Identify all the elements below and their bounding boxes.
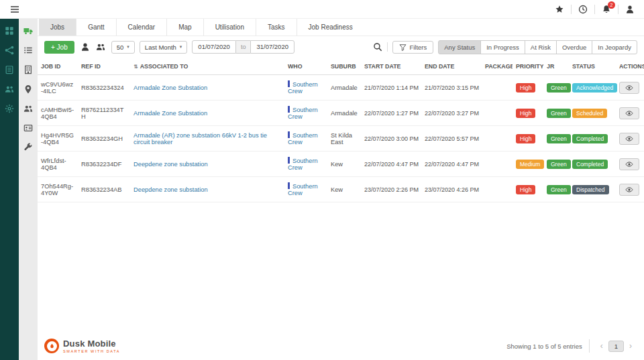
sort-icon[interactable]: ⇅ xyxy=(133,64,138,70)
status-badge: Completed xyxy=(572,134,608,143)
column-header-jr[interactable]: JR xyxy=(543,58,569,75)
column-header-priority[interactable]: PRIORITY xyxy=(513,58,543,75)
sidebar-item-users[interactable] xyxy=(1,82,17,96)
view-job-button[interactable] xyxy=(619,107,639,119)
cell-associated-to: Armadale Zone Substation xyxy=(130,101,284,126)
column-header-associated-to[interactable]: ⇅ASSOCIATED TO xyxy=(130,58,284,75)
view-job-button[interactable] xyxy=(619,133,639,145)
main-content: JobsGanttCalendarMapUtilisationTasksJob … xyxy=(38,19,644,360)
column-header-ref-id[interactable]: REF ID xyxy=(78,58,130,75)
column-header-suburb[interactable]: SUBURB xyxy=(327,58,361,75)
associated-to-link[interactable]: Deepdene zone substation xyxy=(133,161,208,168)
sidebar-item-list[interactable] xyxy=(20,44,36,57)
brand-tagline: SMARTER WITH DATA xyxy=(63,349,120,353)
menu-toggle-button[interactable] xyxy=(9,4,20,15)
period-select[interactable]: Last Month ▾ xyxy=(140,41,188,54)
funnel-icon xyxy=(399,44,407,51)
users-button[interactable] xyxy=(96,42,105,52)
column-header-actions[interactable]: ACTIONS xyxy=(616,58,644,75)
sidebar-item-dashboard[interactable] xyxy=(1,24,17,38)
cell-who: Southern Crew xyxy=(284,75,327,101)
sidebar-item-pin[interactable] xyxy=(20,82,36,96)
cell-priority: High xyxy=(513,75,543,101)
tab-utilisation[interactable]: Utilisation xyxy=(203,19,256,36)
tab-job-readiness[interactable]: Job Readiness xyxy=(297,19,364,36)
sidebar-item-wrench[interactable] xyxy=(20,141,36,154)
associated-to-link[interactable]: Armadale Zone Substation xyxy=(133,84,207,91)
sidebar-item-share[interactable] xyxy=(1,44,17,57)
jr-badge: Green xyxy=(547,134,571,143)
tab-calendar[interactable]: Calendar xyxy=(116,19,167,36)
pagination-next[interactable]: › xyxy=(625,341,636,351)
sidebar-item-building[interactable] xyxy=(20,63,36,76)
wrench-icon xyxy=(23,143,33,152)
tab-jobs[interactable]: Jobs xyxy=(39,19,76,36)
column-header-package[interactable]: PACKAGE xyxy=(482,58,513,75)
cell-ref-id: R83632234DF xyxy=(78,152,130,177)
bell-button[interactable]: 2 xyxy=(602,5,611,14)
who-link[interactable]: Southern Crew xyxy=(288,183,318,196)
sidebar-item-clipboard[interactable] xyxy=(1,63,17,76)
user-button[interactable] xyxy=(80,42,90,52)
cell-status: Scheduled xyxy=(569,101,616,126)
column-header-start-date[interactable]: START DATE xyxy=(361,58,421,75)
cell-suburb: Armadale xyxy=(327,101,361,126)
filters-button[interactable]: Filters xyxy=(392,41,433,54)
sidebar-item-users[interactable] xyxy=(20,102,36,115)
who-link[interactable]: Southern Crew xyxy=(288,81,318,95)
table-row: cAMHBwI5-4QB4R8762112334THArmadale Zone … xyxy=(38,101,644,126)
column-header-who[interactable]: WHO xyxy=(284,58,327,75)
date-from-input[interactable]: 01/07/2020 xyxy=(192,40,236,54)
pagination-page-1[interactable]: 1 xyxy=(608,341,624,352)
period-value: Last Month xyxy=(145,44,176,51)
sidebar-item-truck[interactable] xyxy=(20,24,36,38)
jobs-table: JOB IDREF ID⇅ASSOCIATED TOWHOSUBURBSTART… xyxy=(38,58,644,202)
search-button[interactable] xyxy=(373,42,382,52)
pagination-prev[interactable]: ‹ xyxy=(596,341,607,351)
who-link[interactable]: Southern Crew xyxy=(288,107,318,120)
star-button[interactable] xyxy=(555,5,564,14)
logo-inner-circle xyxy=(47,341,57,351)
who-link[interactable]: Southern Crew xyxy=(288,158,318,171)
column-header-end-date[interactable]: END DATE xyxy=(421,58,482,75)
column-header-status[interactable]: STATUS xyxy=(569,58,616,75)
cell-jr: Green xyxy=(543,75,569,101)
tab-gantt[interactable]: Gantt xyxy=(76,19,115,36)
cell-jr: Green xyxy=(543,126,569,152)
column-header-job-id[interactable]: JOB ID xyxy=(38,58,78,75)
status-filter-overdue[interactable]: Overdue xyxy=(556,40,592,54)
cell-end-date: 23/07/2020 4:26 PM xyxy=(421,177,482,202)
status-filter-any-status[interactable]: Any Status xyxy=(438,40,481,54)
who-color-bar xyxy=(288,157,290,164)
who-link[interactable]: Southern Crew xyxy=(288,132,318,145)
sidebar-item-card[interactable] xyxy=(20,121,36,135)
associated-to-link[interactable]: Armadale Zone Substation xyxy=(133,110,207,117)
view-job-button[interactable] xyxy=(619,82,639,94)
add-job-button[interactable]: + Job xyxy=(44,41,74,54)
tab-map[interactable]: Map xyxy=(166,19,203,36)
priority-badge: Medium xyxy=(516,160,544,169)
cell-end-date: 22/07/2020 5:57 PM xyxy=(421,126,482,152)
tab-tasks[interactable]: Tasks xyxy=(256,19,297,36)
who-color-bar xyxy=(288,182,290,189)
view-job-button[interactable] xyxy=(619,158,639,170)
page-size-select[interactable]: 50 ▾ xyxy=(111,41,135,54)
associated-to-link[interactable]: Deepdene zone substation xyxy=(133,186,208,193)
clock-button[interactable] xyxy=(578,5,588,14)
associated-to-link[interactable]: Armadale (AR) zone substation 66kV 1-2 b… xyxy=(133,132,267,145)
cell-actions xyxy=(616,75,644,101)
sidebar-item-gear[interactable] xyxy=(1,102,17,115)
user-button[interactable] xyxy=(625,5,635,14)
priority-badge: High xyxy=(516,185,535,194)
cell-status: Acknowledged xyxy=(569,75,616,101)
cell-priority: High xyxy=(513,126,543,152)
date-to-input[interactable]: 31/07/2020 xyxy=(250,40,294,54)
cell-priority: High xyxy=(513,177,543,202)
cell-ref-id: R83632234324 xyxy=(78,75,130,101)
view-job-button[interactable] xyxy=(619,184,639,196)
status-filter-in-progress[interactable]: In Progress xyxy=(480,40,525,54)
status-filter-in-jeopardy[interactable]: In Jeopardy xyxy=(592,40,637,54)
status-filter-at-risk[interactable]: At Risk xyxy=(525,40,557,54)
cell-suburb: Kew xyxy=(327,152,361,177)
cell-package xyxy=(482,101,513,126)
